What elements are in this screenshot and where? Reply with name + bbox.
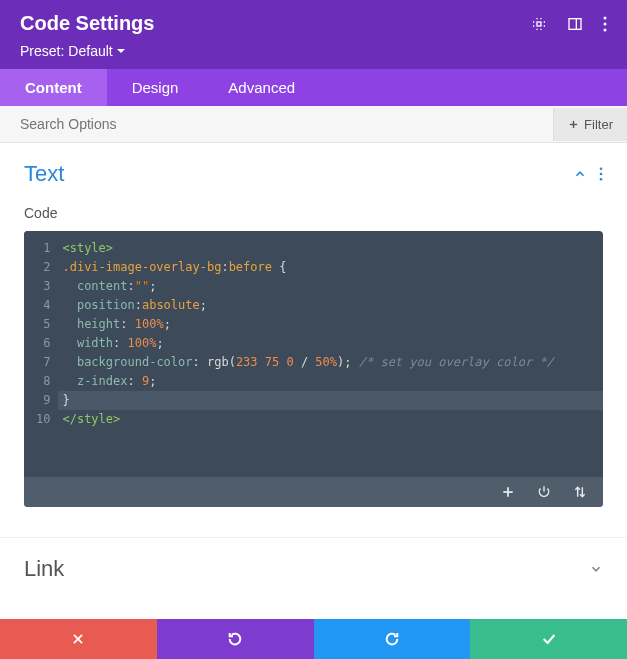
svg-point-5 [604,28,607,31]
preset-dropdown[interactable]: Preset: Default [20,43,607,59]
section-title-link: Link [24,556,64,582]
redo-button[interactable] [314,619,471,659]
svg-rect-0 [537,22,541,26]
svg-point-8 [600,167,603,170]
modal-header: Code Settings Preset: Default [0,0,627,69]
svg-rect-1 [569,18,581,29]
code-gutter: 12345678910 [24,231,58,437]
section-title-text: Text [24,161,64,187]
tab-design[interactable]: Design [107,69,204,106]
target-icon[interactable] [531,16,547,32]
svg-point-10 [600,178,603,181]
collapse-icon[interactable] [573,167,587,181]
preset-label: Preset: [20,43,64,59]
svg-point-9 [600,173,603,176]
section-more-icon[interactable] [599,167,603,181]
filter-button[interactable]: Filter [553,108,627,141]
confirm-button[interactable] [470,619,627,659]
svg-point-4 [604,22,607,25]
editor-add-icon[interactable] [501,485,515,499]
code-editor[interactable]: 12345678910 <style>.divi-image-overlay-b… [24,231,603,507]
svg-point-3 [604,16,607,19]
tab-content[interactable]: Content [0,69,107,106]
tab-advanced[interactable]: Advanced [203,69,320,106]
preset-value: Default [68,43,112,59]
section-header-link[interactable]: Link [0,537,627,600]
search-input[interactable] [0,106,553,142]
bottom-bar [0,619,627,659]
filter-label: Filter [584,117,613,132]
panel-icon[interactable] [567,16,583,32]
undo-button[interactable] [157,619,314,659]
tabs: Content Design Advanced [0,69,627,106]
editor-footer [24,477,603,507]
editor-power-icon[interactable] [537,485,551,499]
code-lines[interactable]: <style>.divi-image-overlay-bg:before { c… [58,231,603,437]
cancel-button[interactable] [0,619,157,659]
more-icon[interactable] [603,16,607,32]
modal-title: Code Settings [20,12,154,35]
expand-icon [589,562,603,576]
section-header-text[interactable]: Text [24,161,603,187]
field-label-code: Code [24,205,603,221]
plus-icon [568,119,579,130]
search-bar: Filter [0,106,627,143]
editor-sort-icon[interactable] [573,485,587,499]
caret-down-icon [117,49,125,53]
